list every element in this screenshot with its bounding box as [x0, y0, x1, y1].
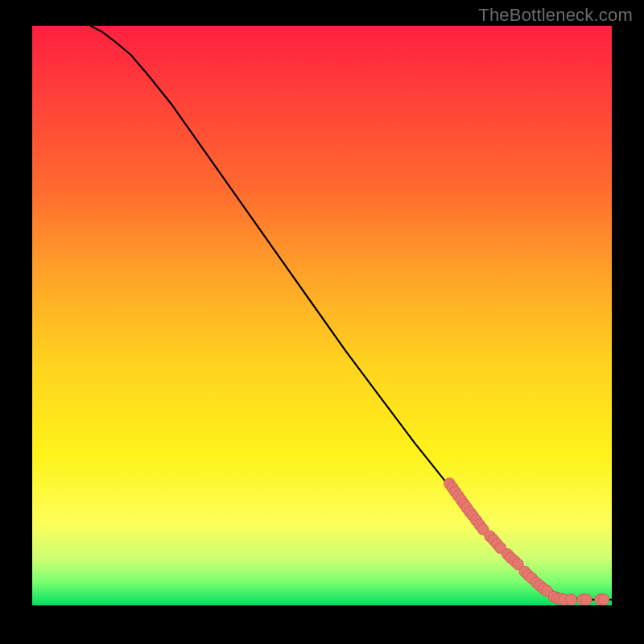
watermark-label: TheBottleneck.com — [478, 5, 633, 26]
plot-area — [32, 26, 612, 605]
chart-svg — [32, 26, 612, 605]
marker-group — [444, 478, 609, 605]
chart-frame: TheBottleneck.com — [0, 0, 644, 644]
bottleneck-curve — [90, 26, 612, 600]
data-point — [566, 594, 577, 605]
data-point — [580, 594, 592, 605]
data-point — [598, 594, 609, 605]
